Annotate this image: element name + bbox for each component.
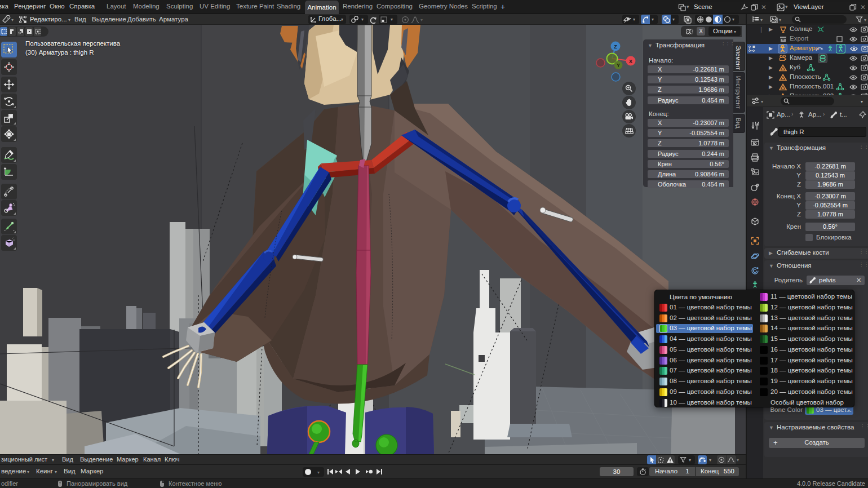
svg-text:Y: Y (617, 63, 620, 68)
svg-text:X: X (629, 59, 632, 64)
svg-text:Z: Z (614, 44, 617, 50)
